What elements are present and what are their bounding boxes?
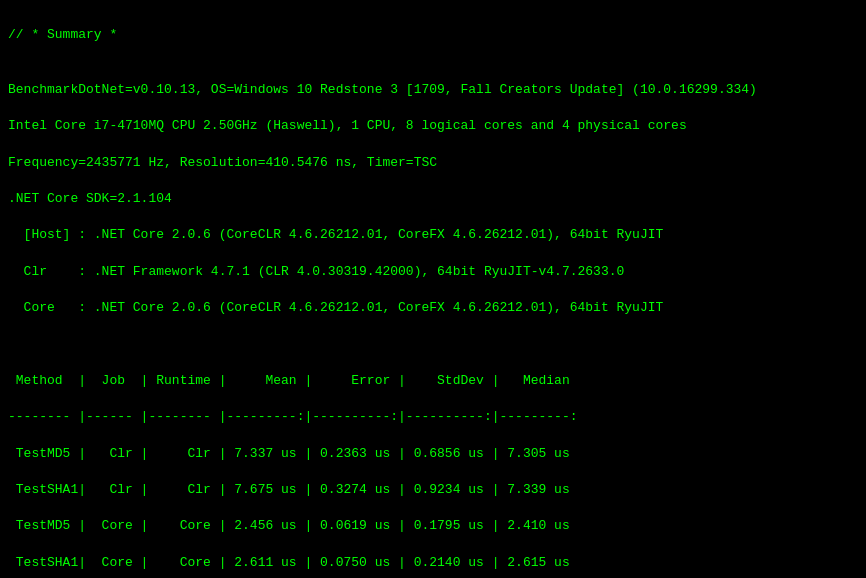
- table-header-row: Method | Job | Runtime | Mean | Error | …: [8, 373, 578, 388]
- table-row-1-text: TestMD5 | Clr | Clr | 7.337 us | 0.2363 …: [8, 446, 578, 461]
- line-frequency-text: Frequency=2435771 Hz, Resolution=410.547…: [8, 155, 437, 170]
- table-row-3-text: TestMD5 | Core | Core | 2.456 us | 0.061…: [8, 518, 578, 533]
- line-cpu-info-text: Intel Core i7-4710MQ CPU 2.50GHz (Haswel…: [8, 118, 687, 133]
- terminal-output: // * Summary * BenchmarkDotNet=v0.10.13,…: [8, 8, 858, 578]
- line-sdk-text: .NET Core SDK=2.1.104: [8, 191, 172, 206]
- line-host-text: [Host] : .NET Core 2.0.6 (CoreCLR 4.6.26…: [8, 227, 663, 242]
- table-row-2-text: TestSHA1| Clr | Clr | 7.675 us | 0.3274 …: [8, 482, 578, 497]
- line-summary-comment: // * Summary *: [8, 27, 117, 42]
- line-clr-text: Clr : .NET Framework 4.7.1 (CLR 4.0.3031…: [8, 264, 624, 279]
- line-benchmark-version: BenchmarkDotNet=v0.10.13, OS=Windows 10 …: [8, 82, 757, 97]
- table-row-4-text: TestSHA1| Core | Core | 2.611 us | 0.075…: [8, 555, 578, 570]
- table-sep-text: -------- |------ |-------- |---------:|-…: [8, 409, 578, 424]
- line-core-text: Core : .NET Core 2.0.6 (CoreCLR 4.6.2621…: [8, 300, 663, 315]
